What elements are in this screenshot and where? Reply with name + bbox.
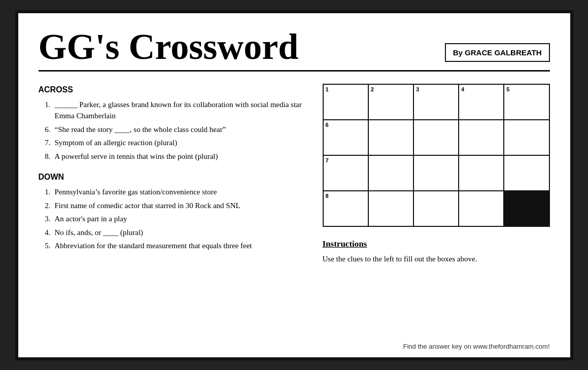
byline-box: By GRACE GALBREATH	[445, 43, 550, 62]
down-title: DOWN	[39, 171, 302, 183]
grid-cell[interactable]: 7	[323, 155, 368, 191]
list-item: 8.A powerful serve in tennis that wins t…	[39, 151, 302, 162]
grid-cell[interactable]	[413, 155, 459, 191]
grid-cell[interactable]	[413, 191, 459, 226]
grid-cell[interactable]	[504, 155, 549, 191]
grid-cell[interactable]	[504, 191, 549, 226]
clue-number: 2.	[39, 200, 51, 212]
table-row: 7	[323, 155, 549, 191]
clue-number: 3.	[39, 213, 51, 225]
list-item: 4.No ifs, ands, or ____ (plural)	[39, 227, 302, 239]
grid-cell[interactable]	[459, 191, 504, 226]
grid-cell[interactable]	[368, 155, 413, 191]
grid-cell[interactable]: 6	[323, 120, 368, 155]
page-title: GG's Crossword	[39, 28, 299, 65]
clue-number: 1.	[39, 186, 51, 198]
list-item: 1.Pennsylvania’s favorite gas station/co…	[39, 186, 302, 198]
list-item: 1.______ Parker, a glasses brand known f…	[39, 99, 302, 122]
grid-area: 12345678 Instructions Use the clues to t…	[323, 84, 550, 265]
grid-cell[interactable]: 8	[323, 191, 368, 226]
clue-text: “She read the story ____, so the whole c…	[55, 124, 302, 136]
clue-text: A powerful serve in tennis that wins the…	[55, 151, 302, 162]
clue-text: ______ Parker, a glasses brand known for…	[55, 99, 302, 122]
table-row: 6	[323, 120, 549, 155]
grid-cell[interactable]: 3	[413, 84, 459, 120]
list-item: 5.Abbreviation for the standard measurem…	[39, 240, 302, 252]
grid-cell[interactable]	[504, 120, 549, 155]
crossword-grid: 12345678	[323, 84, 550, 227]
clue-text: An actor's part in a play	[55, 213, 302, 225]
clue-text: Symptom of an allergic reaction (plural)	[55, 137, 302, 149]
instructions-title: Instructions	[323, 239, 550, 249]
grid-cell[interactable]	[368, 191, 413, 226]
clue-number: 7.	[39, 137, 51, 149]
grid-cell[interactable]: 5	[504, 84, 549, 120]
grid-cell[interactable]: 2	[368, 84, 413, 120]
grid-cell[interactable]	[459, 120, 504, 155]
list-item: 3.An actor's part in a play	[39, 213, 302, 225]
clue-text: First name of comedic actor that starred…	[55, 200, 302, 212]
clue-number: 1.	[39, 99, 51, 122]
list-item: 7.Symptom of an allergic reaction (plura…	[39, 137, 302, 149]
grid-cell[interactable]: 4	[459, 84, 504, 120]
footer-text: Find the answer key on www.thefordhamram…	[403, 343, 549, 350]
clue-text: Pennsylvania’s favorite gas station/conv…	[55, 186, 302, 198]
list-item: 6.“She read the story ____, so the whole…	[39, 124, 302, 136]
main-content: ACROSS 1.______ Parker, a glasses brand …	[39, 84, 550, 265]
table-row: 12345	[323, 84, 549, 120]
page: GG's Crossword By GRACE GALBREATH ACROSS…	[15, 10, 573, 360]
grid-cell[interactable]	[413, 120, 459, 155]
grid-cell[interactable]	[459, 155, 504, 191]
across-clues: 1.______ Parker, a glasses brand known f…	[39, 99, 302, 162]
clues-column: ACROSS 1.______ Parker, a glasses brand …	[39, 84, 302, 265]
list-item: 2.First name of comedic actor that starr…	[39, 200, 302, 212]
header: GG's Crossword By GRACE GALBREATH	[39, 28, 550, 72]
clue-text: No ifs, ands, or ____ (plural)	[55, 227, 302, 239]
instructions-text: Use the clues to the left to fill out th…	[323, 253, 550, 265]
down-clues: 1.Pennsylvania’s favorite gas station/co…	[39, 186, 302, 252]
grid-cell[interactable]: 1	[323, 84, 368, 120]
clue-number: 8.	[39, 151, 51, 162]
clue-number: 5.	[39, 240, 51, 252]
clue-number: 4.	[39, 227, 51, 239]
across-title: ACROSS	[39, 84, 302, 96]
table-row: 8	[323, 191, 549, 226]
clue-number: 6.	[39, 124, 51, 136]
clue-text: Abbreviation for the standard measuremen…	[55, 240, 302, 252]
grid-cell[interactable]	[368, 120, 413, 155]
instructions-section: Instructions Use the clues to the left t…	[323, 239, 550, 265]
